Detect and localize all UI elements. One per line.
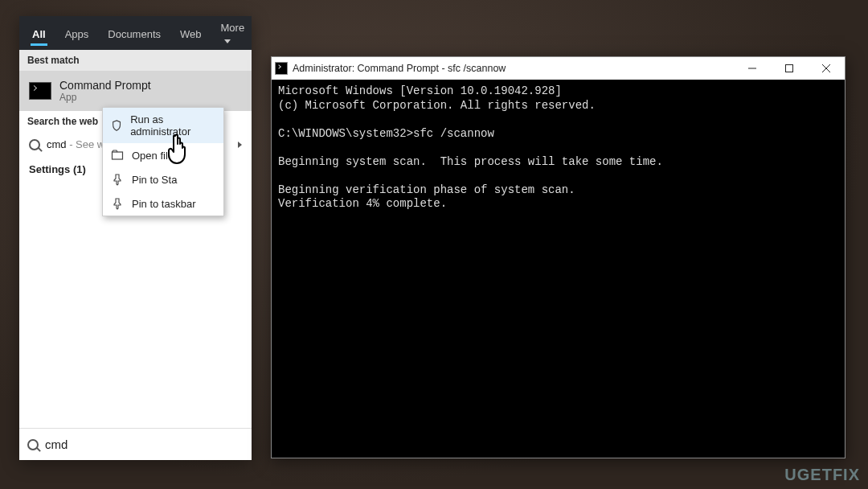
tab-apps[interactable]: Apps	[55, 19, 99, 47]
tab-more[interactable]: More	[211, 13, 255, 53]
tab-documents[interactable]: Documents	[98, 19, 170, 47]
result-subtitle: App	[59, 92, 151, 103]
maximize-button[interactable]	[771, 57, 808, 80]
minimize-button[interactable]	[734, 57, 771, 80]
search-tabs: All Apps Documents Web More	[19, 16, 252, 50]
command-prompt-icon	[275, 62, 288, 75]
best-match-result[interactable]: Command Prompt App	[19, 71, 252, 111]
window-title: Administrator: Command Prompt - sfc /sca…	[293, 63, 734, 74]
ctx-pin-to-start[interactable]: Pin to Sta	[103, 167, 223, 191]
result-title: Command Prompt	[59, 79, 151, 92]
search-input[interactable]	[45, 438, 244, 451]
search-icon	[29, 139, 40, 150]
search-box	[19, 428, 252, 460]
tab-web[interactable]: Web	[170, 19, 211, 47]
ctx-pin-to-taskbar[interactable]: Pin to taskbar	[103, 191, 223, 216]
folder-icon	[111, 149, 124, 162]
context-menu: Run as administrator Open file Pin to St…	[102, 107, 224, 216]
svg-rect-0	[113, 152, 123, 159]
shield-icon	[111, 119, 122, 132]
search-icon	[27, 439, 39, 450]
console-output: Microsoft Windows [Version 10.0.19042.92…	[272, 80, 845, 216]
watermark: UGETFIX	[784, 466, 860, 484]
tab-all[interactable]: All	[23, 19, 55, 47]
pin-icon	[111, 173, 124, 186]
command-prompt-icon	[29, 82, 51, 100]
pin-icon	[111, 197, 124, 210]
ctx-run-as-admin[interactable]: Run as administrator	[103, 108, 223, 143]
close-button[interactable]	[808, 57, 845, 80]
title-bar[interactable]: Administrator: Command Prompt - sfc /sca…	[272, 57, 845, 80]
windows-search-panel: All Apps Documents Web More Best match C…	[19, 16, 252, 460]
svg-rect-2	[786, 65, 793, 72]
ctx-open-file-location[interactable]: Open file	[103, 143, 223, 167]
command-prompt-window: Administrator: Command Prompt - sfc /sca…	[271, 56, 845, 458]
chevron-right-icon	[238, 142, 242, 148]
chevron-down-icon	[224, 39, 231, 43]
